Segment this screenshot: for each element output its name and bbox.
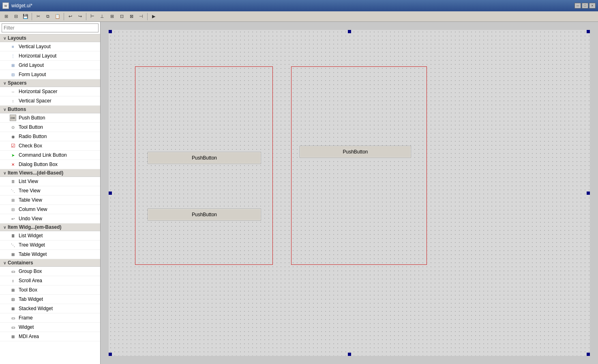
sidebar-item-tab-widget[interactable]: ⊟ Tab Widget [0, 295, 100, 304]
canvas-area[interactable]: PushButton PushButton PushButton [101, 22, 598, 364]
mdi-area-label: MDI Area [19, 334, 39, 339]
mdi-area-icon: ⊞ [10, 333, 16, 340]
close-button[interactable]: × [589, 3, 596, 9]
tab-widget-label: Tab Widget [19, 296, 43, 302]
minimize-button[interactable]: ─ [574, 3, 581, 9]
category-spacers[interactable]: ∨ Spacers [0, 79, 100, 87]
panel-left[interactable]: PushButton PushButton [135, 66, 273, 265]
vertical-spacer-icon: ↕ [10, 98, 16, 104]
handle-top-center[interactable] [348, 30, 351, 33]
main-content: ∨ Layouts ≡ Vertical Layout ⋮ Horizontal… [0, 22, 598, 364]
handle-bottom-left[interactable] [109, 353, 112, 356]
toolbar-layout-v[interactable]: ⊥ [98, 12, 107, 21]
tool-button-icon: ⊙ [10, 124, 16, 130]
category-containers[interactable]: ∨ Containers [0, 259, 100, 267]
sidebar-item-check-box[interactable]: ☑ Check Box [0, 141, 100, 151]
dialog-button-box-label: Dialog Button Box [19, 162, 58, 167]
sidebar-item-frame[interactable]: ▭ Frame [0, 313, 100, 323]
handle-top-left[interactable] [109, 30, 112, 33]
category-layouts[interactable]: ∨ Layouts [0, 34, 100, 42]
filter-box [0, 22, 100, 34]
form-layout-label: Form Layout [19, 72, 46, 77]
horizontal-layout-label: Horizontal Layout [19, 53, 56, 59]
sidebar-item-vertical-spacer[interactable]: ↕ Vertical Spacer [0, 96, 100, 106]
sidebar-item-list-view[interactable]: ≣ List View [0, 177, 100, 186]
toolbar-cut[interactable]: ✂ [34, 12, 43, 21]
list-widget-icon: ≣ [10, 232, 16, 239]
sidebar-item-table-view[interactable]: ⊞ Table View [0, 196, 100, 205]
pushbutton-left-top[interactable]: PushButton [148, 152, 261, 164]
sidebar-item-vertical-layout[interactable]: ≡ Vertical Layout [0, 42, 100, 51]
sidebar-item-tree-view[interactable]: ⋱ Tree View [0, 186, 100, 196]
panel-right[interactable]: PushButton [291, 66, 427, 265]
sidebar-item-tool-box[interactable]: ⊞ Tool Box [0, 285, 100, 295]
toolbar-undo[interactable]: ↩ [66, 12, 75, 21]
sidebar-item-push-button[interactable]: OK Push Button [0, 113, 100, 123]
category-item-views[interactable]: ∨ Item Views...(del-Based) [0, 169, 100, 177]
tool-box-label: Tool Box [19, 287, 37, 293]
handle-middle-left[interactable] [109, 192, 112, 195]
category-buttons[interactable]: ∨ Buttons [0, 106, 100, 113]
toolbar-layout-grid[interactable]: ⊞ [107, 12, 116, 21]
tree-view-label: Tree View [19, 188, 40, 194]
sidebar-item-list-widget[interactable]: ≣ List Widget [0, 231, 100, 241]
toolbar-layout-h[interactable]: ⊢ [88, 12, 97, 21]
push-button-icon: OK [10, 115, 16, 121]
sidebar-item-table-widget[interactable]: ⊞ Table Widget [0, 250, 100, 259]
sidebar-item-dialog-button-box[interactable]: ✕ Dialog Button Box [0, 160, 100, 169]
sidebar-item-column-view[interactable]: ⊟ Column View [0, 205, 100, 214]
toolbar-paste[interactable]: 📋 [53, 12, 62, 21]
sidebar: ∨ Layouts ≡ Vertical Layout ⋮ Horizontal… [0, 22, 101, 364]
pushbutton-left-bottom[interactable]: PushButton [148, 209, 261, 221]
push-button-label: Push Button [19, 115, 45, 121]
category-layouts-label: Layouts [8, 35, 26, 41]
window-controls: ─ □ × [574, 3, 596, 9]
sidebar-item-group-box[interactable]: ▭ Group Box [0, 267, 100, 276]
toolbar-adjust-size[interactable]: ⊣ [137, 12, 146, 21]
category-item-widgets[interactable]: ∨ Item Widg...(em-Based) [0, 224, 100, 231]
toolbar-copy[interactable]: ⧉ [43, 12, 52, 21]
sidebar-item-radio-button[interactable]: ◉ Radio Button [0, 132, 100, 141]
toolbar: ⊞ ⊟ 💾 ✂ ⧉ 📋 ↩ ↪ ⊢ ⊥ ⊞ ⊡ ⊠ ⊣ ▶ [0, 11, 598, 22]
horizontal-layout-icon: ⋮ [10, 53, 16, 59]
tree-widget-icon: ⋱ [10, 242, 16, 248]
sidebar-item-tree-widget[interactable]: ⋱ Tree Widget [0, 241, 100, 250]
undo-view-icon: ↩ [10, 215, 16, 222]
tool-button-label: Tool Button [19, 124, 43, 130]
pushbutton-right[interactable]: PushButton [300, 146, 411, 158]
widget-icon: ▭ [10, 324, 16, 330]
toolbar-layout-form[interactable]: ⊡ [117, 12, 126, 21]
scroll-area-icon: ↕ [10, 277, 16, 284]
sidebar-item-command-link-button[interactable]: ➤ Command Link Button [0, 151, 100, 160]
list-widget-label: List Widget [19, 233, 43, 238]
category-buttons-label: Buttons [8, 106, 26, 112]
handle-middle-right[interactable] [587, 192, 590, 195]
sidebar-item-horizontal-layout[interactable]: ⋮ Horizontal Layout [0, 51, 100, 61]
sidebar-item-undo-view[interactable]: ↩ Undo View [0, 214, 100, 224]
sidebar-item-form-layout[interactable]: ⊟ Form Layout [0, 70, 100, 79]
sidebar-item-horizontal-spacer[interactable]: ↔ Horizontal Spacer [0, 87, 100, 96]
radio-button-label: Radio Button [19, 134, 47, 139]
chevron-containers: ∨ [3, 261, 6, 265]
handle-bottom-center[interactable] [348, 353, 351, 356]
handle-top-right[interactable] [587, 30, 590, 33]
titlebar: w widget.ui* ─ □ × [0, 0, 598, 11]
toolbar-break-layout[interactable]: ⊠ [127, 12, 136, 21]
sidebar-list: ∨ Layouts ≡ Vertical Layout ⋮ Horizontal… [0, 34, 100, 364]
maximize-button[interactable]: □ [582, 3, 588, 9]
category-spacers-label: Spacers [8, 80, 27, 86]
sidebar-item-widget[interactable]: ▭ Widget [0, 323, 100, 332]
sidebar-item-grid-layout[interactable]: ⊞ Grid Layout [0, 61, 100, 70]
sidebar-item-tool-button[interactable]: ⊙ Tool Button [0, 123, 100, 132]
toolbar-new[interactable]: ⊞ [2, 12, 11, 21]
sidebar-item-mdi-area[interactable]: ⊞ MDI Area [0, 332, 100, 341]
toolbar-preview[interactable]: ▶ [149, 12, 158, 21]
toolbar-save[interactable]: 💾 [21, 12, 30, 21]
handle-bottom-right[interactable] [587, 353, 590, 356]
canvas-surface[interactable]: PushButton PushButton PushButton [109, 30, 590, 356]
sidebar-item-stacked-widget[interactable]: ⊠ Stacked Widget [0, 304, 100, 313]
toolbar-open[interactable]: ⊟ [11, 12, 20, 21]
toolbar-redo[interactable]: ↪ [75, 12, 84, 21]
sidebar-item-scroll-area[interactable]: ↕ Scroll Area [0, 276, 100, 285]
filter-input[interactable] [2, 23, 99, 32]
